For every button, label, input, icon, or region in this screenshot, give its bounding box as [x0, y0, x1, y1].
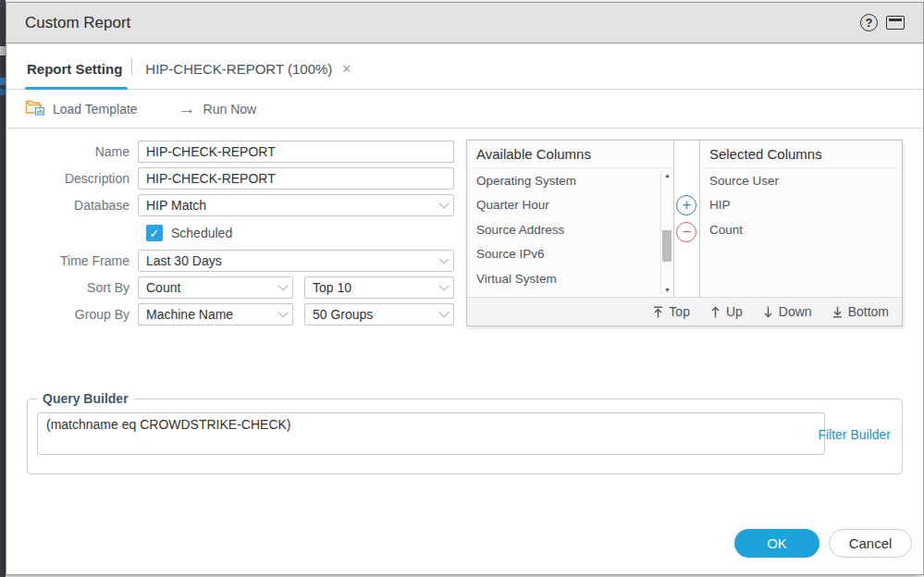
tab-bar: Report Setting HIP-CHECK-REPORT (100%) ✕: [6, 43, 923, 90]
available-columns-panel: Available Columns Operating System Quart…: [467, 141, 674, 297]
arrow-to-top-icon: [653, 306, 663, 318]
chevron-down-icon: [438, 307, 449, 317]
scheduled-checkbox[interactable]: ✓: [146, 225, 163, 241]
scheduled-label: Scheduled: [171, 226, 232, 240]
group-by-limit-value: 50 Groups: [313, 307, 373, 322]
help-icon[interactable]: ?: [860, 14, 878, 31]
scroll-up-icon[interactable]: ▲: [661, 169, 673, 180]
move-up-label: Up: [726, 304, 743, 319]
selected-columns-header: Selected Columns: [700, 141, 902, 168]
move-down-button[interactable]: Down: [763, 304, 812, 319]
move-top-label: Top: [669, 304, 690, 319]
scroll-down-icon[interactable]: ▼: [661, 284, 673, 295]
close-tab-icon[interactable]: ✕: [341, 62, 351, 76]
group-by-label: Group By: [6, 307, 138, 322]
dialog-title: Custom Report: [25, 14, 130, 32]
run-now-arrow-icon: →: [179, 100, 196, 117]
filter-builder-link[interactable]: Filter Builder: [818, 427, 891, 442]
form-row-scheduled: ✓ Scheduled: [6, 221, 454, 245]
list-item[interactable]: Quarter Hour: [467, 193, 673, 218]
dialog-footer: OK Cancel: [734, 529, 912, 558]
tab-report-instance-label: HIP-CHECK-REPORT (100%): [145, 61, 332, 77]
move-up-button[interactable]: Up: [710, 304, 743, 319]
form-row-sort-by: Sort By Count Top 10: [6, 276, 454, 299]
list-item[interactable]: Source Address: [467, 217, 673, 242]
run-now-label: Run Now: [203, 102, 257, 117]
tab-report-instance[interactable]: HIP-CHECK-REPORT (100%) ✕: [132, 61, 361, 89]
move-top-button[interactable]: Top: [653, 304, 690, 319]
load-template-button[interactable]: Load Template: [25, 99, 138, 118]
list-item[interactable]: Virtual System: [467, 266, 673, 291]
run-now-button[interactable]: → Run Now: [179, 100, 257, 117]
time-frame-select[interactable]: Last 30 Days: [138, 250, 454, 272]
dialog-titlebar: Custom Report ?: [6, 3, 923, 43]
sort-by-limit-value: Top 10: [313, 280, 351, 295]
column-transfer-controls: + −: [674, 141, 699, 297]
selected-columns-panel: Selected Columns Source User HIP Count: [699, 141, 902, 297]
list-item[interactable]: Source IPv6: [467, 242, 673, 267]
group-by-select[interactable]: Machine Name: [138, 303, 293, 325]
form-row-time-frame: Time Frame Last 30 Days: [6, 250, 454, 272]
database-select-value: HIP Match: [146, 198, 206, 213]
dialog-content: Name Description Database HIP Match ✓ Sc…: [6, 129, 923, 574]
window-restore-icon[interactable]: [886, 16, 905, 30]
ok-button[interactable]: OK: [734, 529, 819, 558]
available-columns-list: Operating System Quarter Hour Source Add…: [467, 168, 673, 296]
available-columns-scrollbar[interactable]: ▲ ▼: [660, 169, 672, 295]
form-row-group-by: Group By Machine Name 50 Groups: [6, 303, 454, 325]
report-form: Name Description Database HIP Match ✓ Sc…: [6, 141, 454, 325]
tab-report-setting-label: Report Setting: [27, 61, 122, 77]
arrow-to-bottom-icon: [832, 306, 843, 318]
sort-by-select[interactable]: Count: [138, 276, 293, 299]
column-picker: Available Columns Operating System Quart…: [466, 140, 903, 326]
move-bottom-label: Bottom: [848, 304, 889, 319]
list-item[interactable]: Operating System: [467, 168, 673, 193]
load-template-label: Load Template: [53, 102, 138, 117]
selected-columns-list: Source User HIP Count: [700, 168, 902, 296]
load-template-folder-icon: [25, 99, 45, 118]
sort-by-label: Sort By: [6, 280, 138, 295]
description-input[interactable]: [138, 167, 454, 190]
add-column-button[interactable]: +: [676, 195, 696, 215]
custom-report-dialog: Custom Report ? Report Setting HIP-CHECK…: [6, 2, 924, 575]
database-select[interactable]: HIP Match: [138, 194, 454, 216]
chevron-down-icon: [277, 280, 288, 290]
cancel-button[interactable]: Cancel: [829, 529, 912, 558]
checkmark-icon: ✓: [150, 227, 160, 240]
group-by-limit-select[interactable]: 50 Groups: [304, 303, 454, 325]
move-bottom-button[interactable]: Bottom: [832, 304, 889, 319]
form-row-description: Description: [6, 167, 454, 190]
chevron-down-icon: [438, 198, 449, 208]
list-item[interactable]: HIP: [700, 193, 902, 218]
database-label: Database: [6, 198, 138, 213]
sort-by-limit-select[interactable]: Top 10: [304, 276, 454, 299]
form-row-name: Name: [6, 141, 454, 163]
group-by-select-value: Machine Name: [146, 307, 233, 322]
name-input[interactable]: [138, 141, 454, 163]
arrow-up-icon: [710, 306, 721, 318]
query-builder-group: Query Builder (matchname eq CROWDSTRIKE-…: [27, 399, 903, 474]
chevron-down-icon: [438, 280, 449, 290]
name-label: Name: [6, 144, 138, 159]
description-label: Description: [6, 171, 138, 186]
query-builder-legend: Query Builder: [37, 391, 134, 406]
list-item[interactable]: Count: [700, 217, 902, 242]
arrow-down-icon: [763, 306, 773, 318]
query-input[interactable]: (matchname eq CROWDSTRIKE-CHECK): [37, 412, 825, 455]
time-frame-select-value: Last 30 Days: [146, 253, 222, 268]
remove-column-button[interactable]: −: [676, 222, 696, 242]
column-order-actions: Top Up Down: [467, 297, 902, 325]
sort-by-select-value: Count: [146, 280, 180, 295]
form-row-database: Database HIP Match: [6, 194, 454, 216]
available-columns-header: Available Columns: [467, 141, 673, 168]
dialog-toolbar: Load Template → Run Now: [6, 90, 923, 129]
chevron-down-icon: [277, 307, 288, 317]
list-item[interactable]: Source User: [700, 168, 902, 193]
column-picker-panels: Available Columns Operating System Quart…: [467, 141, 902, 297]
time-frame-label: Time Frame: [6, 253, 138, 268]
tab-report-setting[interactable]: Report Setting: [25, 61, 131, 89]
scrollbar-thumb[interactable]: [662, 230, 671, 262]
move-down-label: Down: [779, 304, 812, 319]
titlebar-icons: ?: [860, 14, 905, 31]
chevron-down-icon: [438, 253, 449, 264]
